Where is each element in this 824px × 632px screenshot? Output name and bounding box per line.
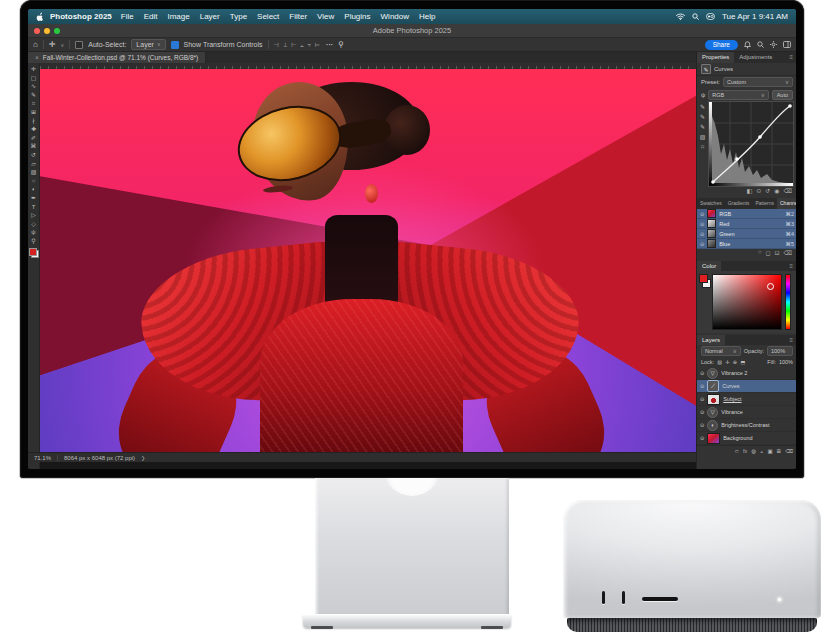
tab-layers[interactable]: Layers bbox=[697, 335, 725, 345]
visibility-icon[interactable]: ◉ bbox=[774, 187, 779, 196]
new-channel-icon[interactable]: ⊡ bbox=[774, 249, 779, 259]
healing-tool-icon[interactable]: ✚ bbox=[28, 125, 40, 134]
status-chevron-icon[interactable]: ❯ bbox=[141, 455, 145, 461]
workspace-gear-icon[interactable] bbox=[770, 41, 777, 48]
frame-tool-icon[interactable]: ⊞ bbox=[28, 108, 40, 117]
tab-patterns[interactable]: Patterns bbox=[752, 198, 777, 209]
zoom-search-icon[interactable]: ⚲ bbox=[338, 40, 344, 49]
tab-color[interactable]: Color bbox=[697, 261, 721, 271]
pen-tool-icon[interactable]: ✒ bbox=[28, 194, 40, 203]
search-icon[interactable] bbox=[757, 41, 764, 48]
view-previous-icon[interactable]: ⊙ bbox=[756, 187, 761, 196]
document-canvas[interactable] bbox=[40, 69, 696, 452]
tab-channels[interactable]: Channels bbox=[777, 198, 796, 209]
layer-row-vibrance-2[interactable]: ⊙ ▽ Vibrance 2 bbox=[697, 367, 796, 380]
menu-clock[interactable]: Tue Apr 1 9:41 AM bbox=[722, 12, 788, 21]
wifi-icon[interactable] bbox=[676, 13, 685, 20]
fill-value[interactable]: 100% bbox=[779, 359, 793, 365]
history-brush-tool-icon[interactable]: ↺ bbox=[28, 151, 40, 160]
menu-app-name[interactable]: Photoshop 2025 bbox=[50, 12, 112, 21]
visibility-eye-icon[interactable]: ⊙ bbox=[700, 211, 704, 217]
saturation-brightness-field[interactable] bbox=[712, 274, 782, 330]
layer-row-subject[interactable]: ⊙ Subject bbox=[697, 393, 796, 406]
adjustment-layer-icon[interactable]: ◒ bbox=[760, 448, 763, 454]
menu-item-layer[interactable]: Layer bbox=[195, 12, 225, 21]
visibility-eye-icon[interactable]: ⊙ bbox=[700, 422, 704, 428]
channel-row-red[interactable]: ⊙ Red ⌘3 bbox=[697, 219, 796, 229]
menu-item-view[interactable]: View bbox=[312, 12, 339, 21]
menu-item-select[interactable]: Select bbox=[252, 12, 284, 21]
move-tool-icon[interactable]: ✛ bbox=[49, 40, 56, 49]
visibility-eye-icon[interactable]: ⊙ bbox=[700, 409, 704, 415]
blur-tool-icon[interactable]: ○ bbox=[28, 177, 40, 186]
layer-row-brightness-contrast[interactable]: ⊙ ◐ Brightness/Contrast bbox=[697, 419, 796, 432]
document-tab[interactable]: × Fall-Winter-Collection.psd @ 71.1% (Cu… bbox=[28, 52, 206, 63]
gray-point-eyedropper-icon[interactable]: ✎ bbox=[700, 113, 705, 120]
menu-item-image[interactable]: Image bbox=[162, 12, 194, 21]
channel-row-blue[interactable]: ⊙ Blue ⌘5 bbox=[697, 239, 796, 249]
close-tab-icon[interactable]: × bbox=[35, 54, 39, 61]
more-options-icon[interactable]: ··· bbox=[326, 41, 333, 48]
eyedropper-tool-icon[interactable]: ∤ bbox=[28, 117, 40, 126]
quick-select-tool-icon[interactable]: ✎ bbox=[28, 91, 40, 100]
color-swatches[interactable] bbox=[29, 248, 39, 258]
visibility-eye-icon[interactable]: ⊙ bbox=[700, 435, 704, 441]
save-selection-icon[interactable]: ◻ bbox=[766, 249, 771, 259]
eyedropper-column[interactable]: ✎ ✎ ✎ ▨ ⌑ bbox=[697, 101, 708, 187]
visibility-eye-icon[interactable]: ⊙ bbox=[700, 221, 704, 227]
menu-item-filter[interactable]: Filter bbox=[284, 12, 312, 21]
control-center-icon[interactable] bbox=[706, 13, 715, 20]
clone-stamp-tool-icon[interactable]: ⌘ bbox=[28, 142, 40, 151]
pencil-icon[interactable]: ▨ bbox=[700, 133, 706, 140]
menu-item-plugins[interactable]: Plugins bbox=[339, 12, 375, 21]
foreground-color-swatch[interactable] bbox=[29, 248, 37, 256]
clip-layer-icon[interactable]: ◧ bbox=[747, 187, 753, 196]
type-tool-icon[interactable]: T bbox=[28, 203, 40, 212]
fg-bg-swatches[interactable] bbox=[699, 274, 711, 288]
crop-tool-icon[interactable]: ⌗ bbox=[28, 99, 40, 108]
foreground-color-swatch[interactable] bbox=[699, 274, 708, 283]
move-tool-icon[interactable]: ✛ bbox=[28, 65, 40, 74]
auto-select-checkbox[interactable] bbox=[75, 41, 83, 49]
menu-item-help[interactable]: Help bbox=[414, 12, 440, 21]
opacity-field[interactable]: 100% bbox=[767, 346, 793, 356]
white-point-eyedropper-icon[interactable]: ✎ bbox=[700, 123, 705, 130]
layer-row-curves[interactable]: ⊙ ⟋ Curves bbox=[697, 380, 796, 393]
notifications-bell-icon[interactable] bbox=[744, 41, 751, 49]
delete-channel-icon[interactable]: ⌫ bbox=[784, 249, 792, 259]
new-layer-icon[interactable]: ⊞ bbox=[777, 448, 782, 454]
eraser-tool-icon[interactable]: ▱ bbox=[28, 160, 40, 169]
layer-row-background[interactable]: ⊙ Background bbox=[697, 432, 796, 445]
show-transform-checkbox[interactable] bbox=[171, 41, 179, 49]
apple-logo-icon[interactable] bbox=[36, 12, 44, 21]
tool-preset-caret[interactable]: ∨ bbox=[61, 42, 65, 48]
spotlight-search-icon[interactable] bbox=[692, 13, 699, 20]
delete-adjustment-icon[interactable]: ⌫ bbox=[784, 187, 792, 196]
layers-panel-menu-icon[interactable]: ≡ bbox=[789, 335, 796, 345]
visibility-eye-icon[interactable]: ⊙ bbox=[700, 231, 704, 237]
shape-tool-icon[interactable]: ◇ bbox=[28, 220, 40, 229]
zoom-tool-icon[interactable]: ⚲ bbox=[28, 237, 40, 246]
dodge-tool-icon[interactable]: ◐ bbox=[28, 185, 40, 194]
auto-button[interactable]: Auto bbox=[772, 90, 793, 100]
layer-style-fx-icon[interactable]: fx bbox=[743, 448, 747, 454]
share-button[interactable]: Share bbox=[705, 40, 738, 50]
auto-select-dropdown[interactable]: Layer∨ bbox=[131, 39, 165, 50]
gradient-tool-icon[interactable]: ▨ bbox=[28, 168, 40, 177]
visibility-eye-icon[interactable]: ⊙ bbox=[700, 241, 704, 247]
visibility-eye-icon[interactable]: ⊙ bbox=[700, 396, 704, 402]
properties-panel-menu-icon[interactable]: ≡ bbox=[789, 52, 796, 63]
align-icons[interactable]: ⊣ ⊥ ⊢ ⫠ ⫟ ⊨ bbox=[274, 41, 322, 49]
channel-row-green[interactable]: ⊙ Green ⌘4 bbox=[697, 229, 796, 239]
tab-swatches[interactable]: Swatches bbox=[697, 198, 725, 209]
layer-group-icon[interactable]: ▣ bbox=[767, 448, 772, 454]
panel-toggle-icon[interactable] bbox=[783, 41, 791, 48]
visibility-eye-icon[interactable]: ⊙ bbox=[700, 370, 704, 376]
smooth-icon[interactable]: ⌑ bbox=[701, 143, 704, 150]
marquee-tool-icon[interactable]: ▢ bbox=[28, 74, 40, 83]
tab-properties[interactable]: Properties bbox=[697, 52, 734, 63]
black-point-eyedropper-icon[interactable]: ✎ bbox=[700, 103, 705, 110]
color-picker-ring[interactable] bbox=[767, 283, 774, 290]
color-panel-menu-icon[interactable]: ≡ bbox=[789, 261, 796, 271]
lock-icons[interactable]: ▨ ✛ ⊕ ⬒ bbox=[717, 359, 746, 365]
